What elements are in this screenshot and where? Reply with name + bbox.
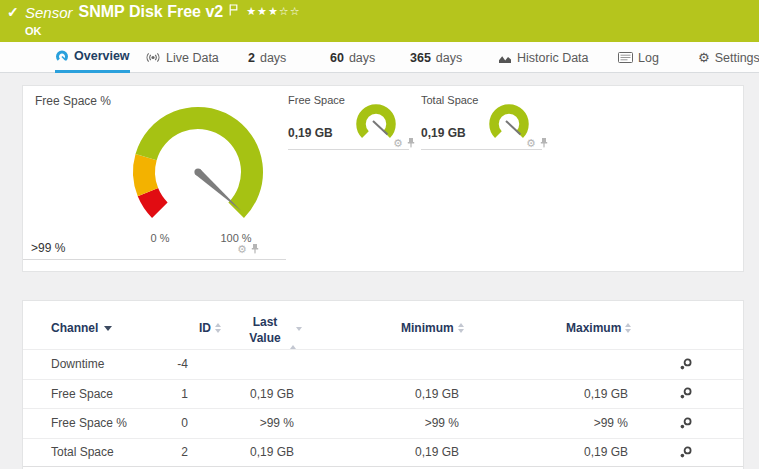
tab-number: 2 — [248, 51, 255, 65]
gear-icon[interactable]: ⚙ — [237, 244, 247, 255]
gauge-icon — [55, 49, 69, 63]
column-header-maximum[interactable]: Maximum — [566, 321, 631, 335]
sort-icon — [625, 323, 631, 333]
tile-divider — [23, 259, 286, 260]
cell-channel: Total Space — [51, 439, 114, 467]
chevron-down-icon — [104, 326, 112, 331]
tab-label: Log — [638, 51, 659, 65]
channel-settings-icon[interactable] — [679, 409, 692, 438]
pin-icon[interactable] — [251, 244, 259, 255]
cell-maximum: 0,19 GB — [470, 439, 628, 467]
tab-live-data[interactable]: Live Data — [145, 42, 219, 73]
gauge-needle — [373, 121, 388, 135]
cell-channel: Downtime — [51, 350, 104, 379]
cell-id: 2 — [123, 439, 188, 467]
pin-icon[interactable] — [540, 138, 548, 149]
tab-settings[interactable]: ⚙ Settings — [698, 42, 759, 73]
cell-id: -4 — [123, 350, 188, 379]
cell-id: 1 — [123, 380, 188, 409]
sort-icon — [458, 323, 464, 333]
broadcast-icon — [145, 51, 161, 64]
table-header-row: Channel ID Last Value Minimum Maximum — [23, 301, 743, 349]
tab-bar: Overview Live Data 2 days 60 days 365 da… — [0, 42, 759, 73]
cell-minimum: 0,19 GB — [301, 439, 459, 467]
chart-icon — [498, 52, 512, 64]
tab-60-days[interactable]: 60 days — [330, 42, 375, 73]
primary-tile-actions: ⚙ — [237, 244, 259, 255]
primary-gauge-title: Free Space % — [35, 94, 111, 108]
channels-table: Channel ID Last Value Minimum Maximum Do… — [22, 300, 744, 469]
cell-channel: Free Space % — [51, 409, 127, 438]
gauge-min-label: 0 % — [133, 232, 187, 244]
tab-label: days — [349, 51, 375, 65]
sensor-status-badge: OK — [25, 25, 42, 37]
mini-gauge-value: 0,19 GB — [288, 126, 333, 140]
primary-gauge[interactable] — [123, 94, 273, 244]
channel-settings-icon[interactable] — [679, 350, 692, 379]
cell-channel: Free Space — [51, 380, 113, 409]
cell-last-value — [200, 350, 294, 379]
mini-gauge-title: Free Space — [288, 94, 345, 106]
gear-icon: ⚙ — [698, 51, 710, 64]
cell-id: 0 — [123, 409, 188, 438]
tile-divider — [421, 149, 542, 150]
page-title: SNMP Disk Free v2 — [79, 3, 224, 21]
gear-icon[interactable]: ⚙ — [393, 138, 403, 149]
tab-historic-data[interactable]: Historic Data — [498, 42, 589, 73]
table-body: Downtime -4 Free Space 1 0,19 GB 0,19 GB… — [23, 349, 743, 467]
table-row: Free Space 1 0,19 GB 0,19 GB 0,19 GB — [23, 379, 743, 409]
tab-overview[interactable]: Overview — [55, 42, 130, 73]
channel-settings-icon[interactable] — [679, 439, 692, 467]
sensor-header: ✓ Sensor SNMP Disk Free v2 ★★★☆☆ OK — [0, 0, 759, 42]
mini-tile-actions: ⚙ — [526, 138, 548, 149]
tile-divider — [288, 149, 409, 150]
tab-number: 60 — [330, 51, 344, 65]
tab-number: 365 — [410, 51, 431, 65]
mini-tile-actions: ⚙ — [393, 138, 415, 149]
tab-label: Live Data — [166, 51, 219, 65]
prtg-sensor-page: ✓ Sensor SNMP Disk Free v2 ★★★☆☆ OK Over… — [0, 0, 759, 469]
cell-maximum: 0,19 GB — [470, 380, 628, 409]
pin-icon[interactable] — [407, 138, 415, 149]
gauge-max-label: 100 % — [209, 232, 263, 244]
tab-log[interactable]: Log — [618, 42, 659, 73]
cell-last-value: >99 % — [200, 409, 294, 438]
gauge-needle — [506, 121, 521, 135]
cell-minimum: >99 % — [301, 409, 459, 438]
tab-2-days[interactable]: 2 days — [248, 42, 286, 73]
priority-flag-icon[interactable] — [229, 4, 238, 16]
sort-icon — [215, 323, 221, 333]
tab-label: days — [436, 51, 462, 65]
cell-last-value: 0,19 GB — [200, 439, 294, 467]
gauge-needle — [196, 169, 242, 210]
status-check-icon: ✓ — [7, 4, 19, 20]
column-header-last-value[interactable]: Last Value — [243, 315, 303, 346]
log-icon — [618, 52, 633, 63]
priority-stars[interactable]: ★★★☆☆ — [246, 5, 300, 18]
table-row: Total Space 2 0,19 GB 0,19 GB 0,19 GB — [23, 438, 743, 468]
mini-gauge-value: 0,19 GB — [421, 126, 466, 140]
channel-settings-icon[interactable] — [679, 380, 692, 409]
cell-minimum: 0,19 GB — [301, 380, 459, 409]
sort-icon — [290, 331, 302, 347]
tab-label: Settings — [715, 51, 759, 65]
table-row: Free Space % 0 >99 % >99 % >99 % — [23, 408, 743, 438]
cell-minimum — [301, 350, 459, 379]
column-header-minimum[interactable]: Minimum — [401, 321, 464, 335]
gauges-panel: Free Space % 0 % 100 % >99 % ⚙ Free Spac… — [22, 85, 744, 272]
sensor-kind-label: Sensor — [25, 3, 73, 21]
cell-maximum — [470, 350, 628, 379]
cell-last-value: 0,19 GB — [200, 380, 294, 409]
column-header-id[interactable]: ID — [199, 321, 221, 335]
table-row: Downtime -4 — [23, 349, 743, 379]
mini-gauge-title: Total Space — [421, 94, 478, 106]
primary-gauge-value: >99 % — [31, 241, 65, 255]
tab-label: Overview — [74, 49, 130, 63]
tab-label: Historic Data — [517, 51, 589, 65]
tab-365-days[interactable]: 365 days — [410, 42, 462, 73]
tab-label: days — [260, 51, 286, 65]
column-header-channel[interactable]: Channel — [51, 321, 112, 335]
gear-icon[interactable]: ⚙ — [526, 138, 536, 149]
cell-maximum: >99 % — [470, 409, 628, 438]
sensor-title-row: Sensor SNMP Disk Free v2 ★★★☆☆ — [25, 3, 301, 21]
